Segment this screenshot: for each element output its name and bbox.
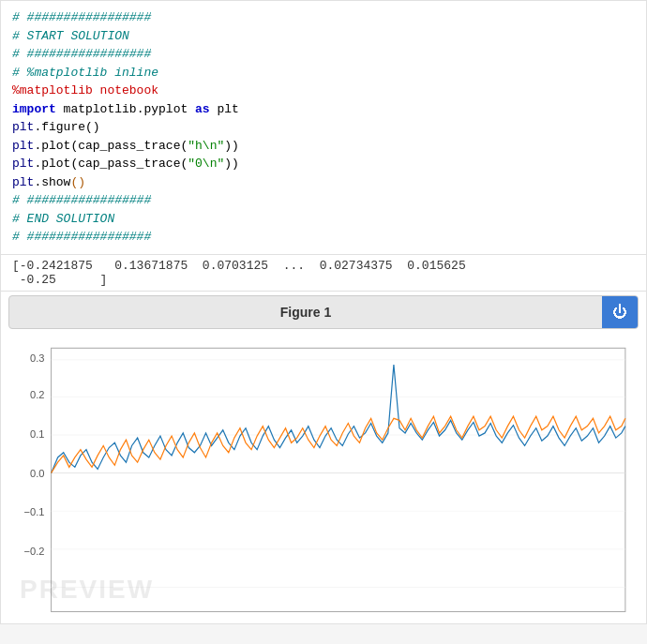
code-line-11: # ################# bbox=[12, 191, 635, 210]
code-line-7: plt.figure() bbox=[12, 118, 635, 137]
y-label-02: 0.2 bbox=[30, 389, 44, 400]
code-line-4: # %matplotlib inline bbox=[12, 64, 635, 82]
code-line-2: # START SOLUTION bbox=[12, 27, 635, 46]
output-array-2: -0.25 ] bbox=[12, 273, 635, 287]
y-label-00: 0.0 bbox=[30, 467, 44, 478]
watermark: PREVIEW bbox=[20, 575, 154, 605]
code-line-10: plt.show() bbox=[12, 173, 635, 192]
y-label-01: 0.1 bbox=[30, 427, 44, 439]
figure-title: Figure 1 bbox=[9, 299, 602, 325]
code-line-5: %matplotlib notebook bbox=[12, 82, 635, 100]
figure-toolbar: Figure 1 ⏻ bbox=[8, 295, 639, 329]
code-line-3: # ################# bbox=[12, 45, 635, 64]
code-line-8: plt.plot(cap_pass_trace("h\n")) bbox=[12, 137, 635, 156]
code-line-1: # ################# bbox=[12, 8, 635, 27]
code-line-9: plt.plot(cap_pass_trace("0\n")) bbox=[12, 155, 635, 173]
code-line-6: import matplotlib.pyplot as plt bbox=[12, 100, 635, 119]
svg-rect-0 bbox=[52, 348, 625, 611]
chart-container: 0.3 0.2 0.1 0.0 −0.1 −0.2 PREVIEW bbox=[1, 333, 646, 623]
y-label-n02: −0.2 bbox=[23, 545, 44, 556]
code-line-12: # END SOLUTION bbox=[12, 210, 635, 229]
code-line-13: # ################# bbox=[12, 228, 635, 247]
output-area: [-0.2421875 0.13671875 0.0703125 ... 0.0… bbox=[1, 255, 646, 292]
code-area: # ################# # START SOLUTION # #… bbox=[1, 1, 646, 255]
y-label-n01: −0.1 bbox=[23, 506, 44, 517]
output-array: [-0.2421875 0.13671875 0.0703125 ... 0.0… bbox=[12, 259, 635, 273]
figure-power-button[interactable]: ⏻ bbox=[602, 296, 638, 328]
notebook-cell: # ################# # START SOLUTION # #… bbox=[0, 0, 647, 624]
y-label-03: 0.3 bbox=[30, 352, 44, 363]
